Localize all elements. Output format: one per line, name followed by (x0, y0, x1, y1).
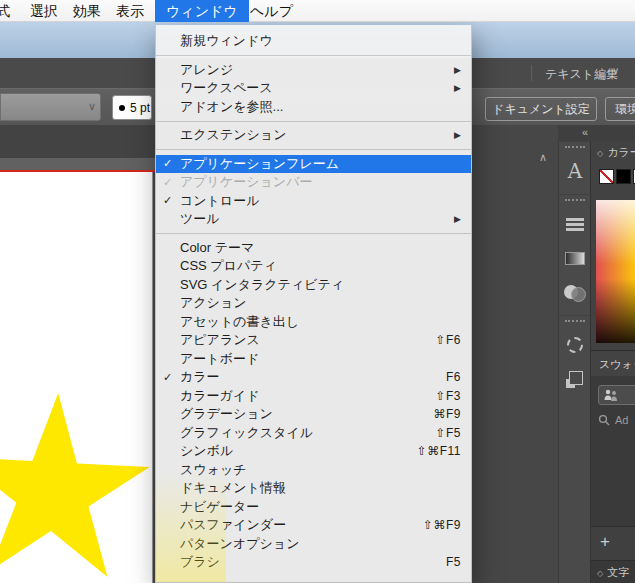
paragraph-panel-icon[interactable] (559, 207, 591, 241)
menu-item-application-frame[interactable]: ✓アプリケーションフレーム (156, 155, 471, 174)
chevron-up-icon[interactable]: ∧ (539, 151, 547, 164)
panel-collapse-bar: « (558, 125, 635, 141)
menu-item-artboards[interactable]: アートボード (156, 350, 471, 369)
add-swatch-row: + (591, 526, 635, 560)
swatch-libraries-button[interactable] (598, 385, 635, 405)
add-swatch-button[interactable]: + (600, 532, 610, 552)
stroke-weight-dropdown[interactable]: 5 pt (112, 95, 152, 120)
menubar-item-type[interactable]: 式 (0, 0, 10, 22)
submenu-arrow-icon: ▶ (454, 130, 461, 140)
menu-item-navigator[interactable]: ナビゲーター (156, 498, 471, 517)
submenu-arrow-icon: ▶ (454, 83, 461, 93)
menu-item-pathfinder[interactable]: パスファインダー⇧⌘F9 (156, 516, 471, 535)
menu-item-asset-export[interactable]: アセットの書き出し (156, 313, 471, 332)
menu-item-svg-interactivity[interactable]: SVG インタラクティビティ (156, 276, 471, 295)
brush-definition-dropdown[interactable]: ∨ (0, 93, 101, 121)
menu-item-appearance[interactable]: アピアランス⇧F6 (156, 331, 471, 350)
brush-dot-icon (119, 105, 125, 111)
pasteboard-strip (0, 158, 155, 170)
star-shape[interactable] (0, 385, 170, 583)
drag-grip-icon[interactable] (565, 320, 585, 322)
menu-item-color-guide[interactable]: カラーガイド⇧F3 (156, 387, 471, 406)
search-text: Ad (615, 414, 628, 426)
menu-item-arrange[interactable]: アレンジ▶ (156, 61, 471, 80)
illustrator-window: テキスト編集 ∨ ∨ 5 pt ドキュメント設定 環境設定 ∧ « A (0, 0, 635, 583)
checkmark-icon: ✓ (163, 371, 180, 384)
dock-group (559, 194, 590, 315)
menu-item-brushes[interactable]: ブラシF5 (156, 553, 471, 572)
menu-item-new-window[interactable]: 新規ウィンドウ (156, 32, 471, 51)
people-icon (603, 389, 619, 401)
menu-separator (156, 149, 471, 150)
checkmark-icon: ✓ (163, 176, 180, 189)
transparency-panel-icon[interactable] (559, 275, 591, 309)
menubar-item-view[interactable]: 表示 (116, 0, 144, 22)
drag-grip-icon[interactable] (565, 199, 585, 201)
character-panel-icon[interactable]: A (559, 154, 591, 188)
color-swatch-row (599, 169, 635, 184)
menu-item-tools[interactable]: ツール▶ (156, 210, 471, 229)
chevron-down-icon: ∨ (88, 100, 96, 113)
menu-item-pattern-options[interactable]: パターンオプション (156, 535, 471, 554)
menu-item-actions[interactable]: アクション (156, 294, 471, 313)
menubar: 式 選択 効果 表示 ウィンドウ ヘルプ (0, 0, 635, 22)
menu-item-color[interactable]: ✓カラーF6 (156, 368, 471, 387)
gradient-panel-icon[interactable] (559, 241, 591, 275)
document-tab-bar[interactable] (0, 125, 155, 158)
character-panel-tab[interactable]: ◇文字 (591, 560, 635, 583)
menubar-item-help[interactable]: ヘルプ (250, 0, 293, 22)
menu-separator (156, 121, 471, 122)
menu-item-control[interactable]: ✓コントロール (156, 192, 471, 211)
menu-separator (156, 233, 471, 234)
submenu-arrow-icon: ▶ (454, 214, 461, 224)
menu-item-application-bar: ✓アプリケーションバー (156, 173, 471, 192)
search-icon (598, 414, 610, 426)
chevron-down-icon[interactable]: ∨ (612, 65, 619, 76)
menu-item-symbols[interactable]: シンボル⇧⌘F11 (156, 442, 471, 461)
menubar-item-select[interactable]: 選択 (30, 0, 58, 22)
document-setup-button[interactable]: ドキュメント設定 (485, 97, 597, 121)
preferences-button[interactable]: 環境設定 (605, 97, 635, 121)
menu-separator (156, 55, 471, 56)
menu-item-color-theme[interactable]: Color テーマ (156, 239, 471, 258)
swatch-search-field[interactable]: Ad (598, 414, 628, 426)
black-swatch[interactable] (616, 169, 631, 184)
menu-item-workspace[interactable]: ワークスペース▶ (156, 79, 471, 98)
menu-item-extensions[interactable]: エクステンション▶ (156, 126, 471, 145)
menu-item-swatches[interactable]: スウォッチ (156, 461, 471, 480)
checkmark-icon: ✓ (163, 157, 180, 170)
swatches-panel-body: Ad + (591, 376, 635, 560)
stroke-weight-value: 5 pt (130, 101, 150, 115)
panel-icon-dock: A (558, 141, 590, 583)
artboards-panel-icon[interactable] (559, 362, 591, 396)
menu-item-graphic-styles[interactable]: グラフィックスタイル⇧F5 (156, 424, 471, 443)
dock-group: A (559, 141, 590, 194)
dock-group (559, 315, 590, 402)
none-color-swatch[interactable] (599, 169, 614, 184)
color-spectrum-field[interactable] (596, 200, 635, 343)
panel-column: ◇カラー スウォッチ Ad (590, 141, 635, 583)
swatches-tab-bar: スウォッチ (591, 350, 635, 376)
submenu-arrow-icon: ▶ (454, 65, 461, 75)
panel-collapse-icon[interactable]: ◇ (597, 149, 603, 158)
selection-panel-icon[interactable] (559, 328, 591, 362)
expand-panels-icon[interactable]: « (582, 126, 587, 138)
checkmark-icon: ✓ (163, 194, 180, 207)
workspace-switcher[interactable]: テキスト編集 (545, 66, 618, 83)
swatches-panel-tab[interactable]: スウォッチ (591, 351, 635, 377)
menubar-item-effect[interactable]: 効果 (73, 0, 101, 22)
menu-item-document-info[interactable]: ドキュメント情報 (156, 479, 471, 498)
menu-item-css-properties[interactable]: CSS プロパティ (156, 257, 471, 276)
window-menu: 新規ウィンドウ アレンジ▶ ワークスペース▶ アドオンを参照... エクステンシ… (155, 25, 472, 583)
panel-collapse-icon[interactable]: ◇ (597, 569, 603, 578)
menu-item-browse-addons[interactable]: アドオンを参照... (156, 98, 471, 117)
drag-grip-icon[interactable] (565, 146, 585, 148)
menu-item-gradient[interactable]: グラデーション⌘F9 (156, 405, 471, 424)
divider (531, 65, 532, 81)
menubar-item-window[interactable]: ウィンドウ (155, 0, 249, 22)
color-panel-tab[interactable]: ◇カラー (591, 141, 635, 164)
